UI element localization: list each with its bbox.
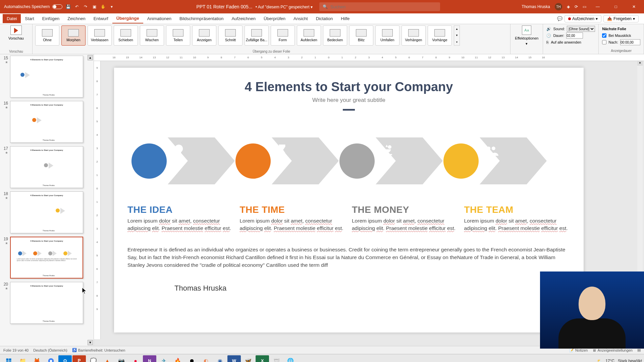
app-icon-6[interactable]: ◉ [213, 355, 227, 362]
effect-options-button[interactable]: Aᴀ Effektoptionen ▾ [513, 25, 540, 46]
vlc-icon[interactable]: ▲ [101, 355, 114, 362]
transition-aufdecken[interactable]: Aufdecken [297, 25, 321, 46]
more-qat-icon[interactable]: ▾ [109, 4, 115, 10]
transition-wischen[interactable]: Wischen [140, 25, 164, 46]
slide-title[interactable]: 4 Elements to Start your Company [127, 80, 570, 94]
transition-schieben[interactable]: Schieben [114, 25, 138, 46]
app-icon-7[interactable]: 🦋 [241, 355, 255, 362]
transition-teilen[interactable]: Teilen [166, 25, 190, 46]
slide-thumbnails-panel[interactable]: ▲ 15★4 Elements to Start your CompanyTho… [0, 54, 94, 346]
column-gray[interactable]: THE MONEYLorem ipsum dolor sit amet, con… [352, 204, 458, 232]
sound-select[interactable]: [Ohne Sound] [567, 26, 595, 32]
transition-anzeigen[interactable]: Anzeigen [192, 25, 216, 46]
comments-icon[interactable]: 💬 [557, 16, 562, 21]
telegram-icon[interactable]: ✈ [157, 355, 170, 362]
window-icon[interactable]: ▭ [583, 4, 586, 9]
share-button[interactable]: 📤Freigeben▾ [603, 15, 639, 22]
tab-dictation[interactable]: Dictation [312, 14, 337, 23]
app-icon-2[interactable]: 📷 [115, 355, 128, 362]
language-status[interactable]: Deutsch (Österreich) [33, 348, 67, 352]
tab-slideshow[interactable]: Bildschirmpräsentation [175, 14, 228, 23]
slide-thumb-18[interactable]: 18★4 Elements to Start your CompanyThoma… [2, 191, 90, 233]
start-button[interactable] [2, 355, 15, 362]
search-input[interactable] [330, 4, 437, 9]
diamond-icon[interactable]: ◈ [567, 4, 570, 9]
transition-blitz[interactable]: Blitz [349, 25, 373, 46]
excel-icon[interactable]: X [256, 355, 269, 362]
tab-draw[interactable]: Zeichnen [63, 14, 89, 23]
file-name[interactable]: PPT 01 Roter Faden 005... [196, 4, 252, 9]
app-icon-4[interactable]: 🔥 [171, 355, 184, 362]
slide-canvas[interactable]: 4 Elements to Start your Company Write h… [114, 68, 584, 333]
slide-thumb-16[interactable]: 16★4 Elements to Start your CompanyThoma… [2, 101, 90, 143]
edge-icon[interactable]: 🌐 [284, 355, 297, 362]
column-blue[interactable]: THE IDEALorem ipsum dolor sit amet, cons… [127, 204, 234, 232]
gallery-more-button[interactable]: ▲▼▾ [454, 25, 460, 46]
tab-help[interactable]: Hilfe [337, 14, 354, 23]
weather-text[interactable]: Stark bewölkt [618, 359, 642, 362]
explorer-icon[interactable]: 📁 [16, 355, 30, 362]
transition-verblassen[interactable]: Verblassen [88, 25, 112, 46]
autosave-toggle[interactable] [52, 4, 62, 9]
user-name[interactable]: Thomas Hruska [522, 4, 550, 9]
redo-icon[interactable]: ↷ [83, 4, 89, 10]
firefox-icon[interactable]: 🦊 [30, 355, 44, 362]
tab-design[interactable]: Entwurf [90, 14, 112, 23]
transition-bedecken[interactable]: Bedecken [323, 25, 347, 46]
saved-location[interactable]: • Auf "diesem PC" gespeichert [256, 5, 310, 9]
search-box[interactable]: 🔍 [319, 2, 440, 11]
tab-insert[interactable]: Einfügen [38, 14, 63, 23]
tab-view[interactable]: Ansicht [289, 14, 312, 23]
app-icon-5[interactable]: ◐ [199, 355, 213, 362]
slide-thumb-17[interactable]: 17★4 Elements to Start your CompanyThoma… [2, 146, 90, 188]
transition-vorhänge[interactable]: Vorhänge [428, 25, 452, 46]
preview-button[interactable]: Vorschau [3, 25, 30, 40]
minimize-button[interactable]: — [591, 0, 604, 13]
undo-icon[interactable]: ↶ [74, 4, 80, 10]
tab-animations[interactable]: Animationen [143, 14, 175, 23]
transition-zufällige ba...[interactable]: Zufällige Ba... [245, 25, 269, 46]
after-input[interactable] [620, 39, 640, 45]
powerpoint-icon[interactable]: P [72, 355, 86, 362]
duration-input[interactable] [566, 33, 583, 39]
transition-umfallen[interactable]: Umfallen [375, 25, 399, 46]
slide-counter[interactable]: Folie 19 von 40 [3, 348, 29, 352]
scroll-up-button[interactable]: ▲ [88, 55, 93, 60]
chevron-down-icon[interactable]: ▾ [311, 5, 313, 9]
chrome-icon[interactable] [44, 355, 58, 362]
app-icon-3[interactable]: ● [129, 355, 142, 362]
tab-review[interactable]: Überprüfen [260, 14, 289, 23]
app-icon-8[interactable]: 📰 [270, 355, 283, 362]
after-checkbox[interactable] [602, 39, 606, 45]
touch-icon[interactable]: ✋ [100, 4, 106, 10]
entrepreneur-text[interactable]: Entrepreneur It is defined as an individ… [127, 246, 570, 269]
slide-thumb-19[interactable]: 19★4 Elements to Start your CompanyLorem… [2, 237, 90, 279]
column-yellow[interactable]: THE TEAMLorem ipsum dolor sit amet, cons… [464, 204, 571, 232]
apply-all-button[interactable]: ⎘Auf alle anwenden [546, 39, 595, 46]
onenote-icon[interactable]: N [143, 355, 156, 362]
save-icon[interactable]: 💾 [65, 4, 71, 10]
slide-author[interactable]: Thomas Hruska [174, 284, 570, 293]
scroll-down-button[interactable]: ▼ [88, 340, 93, 345]
tab-transitions[interactable]: Übergänge [112, 14, 143, 23]
transition-form[interactable]: Form [271, 25, 295, 46]
app-icon-1[interactable]: 💭 [87, 355, 100, 362]
transition-verhängen[interactable]: Verhängen [401, 25, 426, 46]
accessibility-status[interactable]: ♿Barrierefreiheit: Untersuchen [72, 348, 125, 352]
transitions-gallery[interactable]: OhneMorphenVerblassenSchiebenWischenTeil… [35, 25, 507, 46]
display-settings-button[interactable]: 🖥Anzeigeeinstellungen [592, 348, 633, 352]
tab-start[interactable]: Start [21, 14, 38, 23]
transition-ohne[interactable]: Ohne [35, 25, 59, 46]
sync-icon[interactable]: ⟳ [575, 4, 578, 9]
slide-thumb-20[interactable]: 20★4 Elements to Start your CompanyThoma… [2, 282, 90, 324]
on-click-checkbox[interactable] [602, 33, 606, 39]
transition-morphen[interactable]: Morphen [61, 25, 86, 46]
transition-schnitt[interactable]: Schnitt [218, 25, 243, 46]
close-button[interactable]: ✕ [627, 0, 641, 13]
obs-icon[interactable]: ⏺ [185, 355, 199, 362]
slide-subtitle[interactable]: Write here your great subtitle [127, 97, 570, 104]
slide-thumb-15[interactable]: 15★4 Elements to Start your CompanyThoma… [2, 56, 90, 98]
outlook-icon[interactable]: O [58, 355, 72, 362]
tab-file[interactable]: Datei [3, 14, 21, 23]
temperature[interactable]: 17°C [605, 359, 614, 362]
